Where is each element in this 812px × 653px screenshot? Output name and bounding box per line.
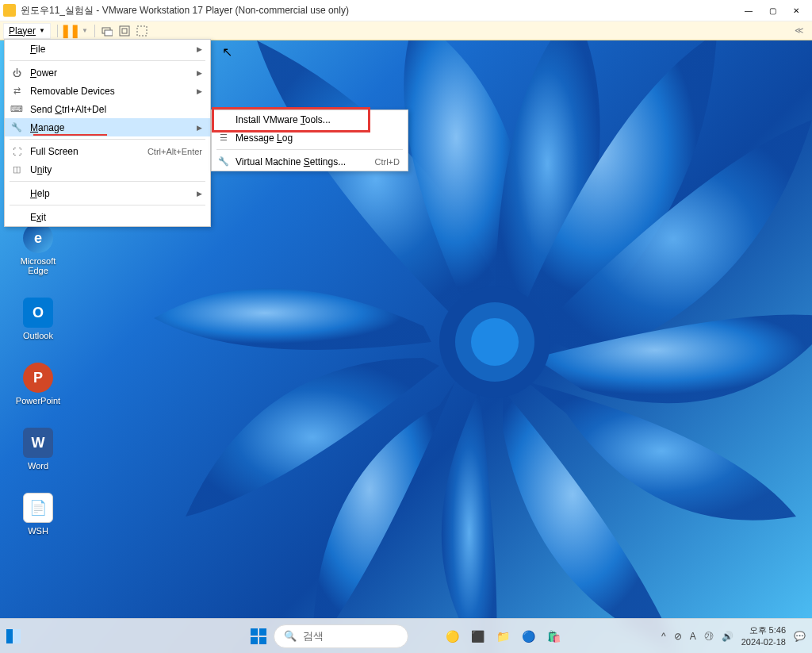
widgets-button[interactable] [6, 629, 21, 643]
icon-label: Outlook [23, 331, 53, 340]
titlebar: 윈도우11_실험실 - VMware Workstation 17 Player… [0, 0, 812, 21]
highlight-underline [33, 134, 107, 136]
taskbar-app-explorer[interactable]: 📁 [492, 626, 513, 647]
clock-time: 오후 5:46 [741, 624, 786, 636]
taskbar-app-store[interactable]: 🛍️ [543, 626, 564, 647]
tray-language-icon[interactable]: A [690, 631, 696, 642]
close-button[interactable]: ✕ [790, 4, 802, 17]
search-box[interactable]: 🔍 검색 [274, 624, 408, 648]
mouse-cursor: ↖ [222, 44, 232, 60]
search-icon: 🔍 [284, 630, 297, 642]
settings-icon: 🔧 [218, 156, 229, 167]
menu-item-fullscreen[interactable]: ⛶ Full Screen Ctrl+Alt+Enter [5, 142, 210, 160]
icon-label: PowerPoint [16, 396, 60, 405]
fullscreen-icon[interactable] [119, 25, 130, 36]
menu-label: Manage [30, 122, 64, 133]
send-cad-icon[interactable] [102, 25, 113, 36]
menu-shortcut: Ctrl+Alt+Enter [147, 147, 202, 156]
wsh-icon: 📄 [23, 493, 53, 523]
powerpoint-icon: P [23, 363, 53, 393]
taskbar: 🔍 검색 🟡 ⬛ 📁 🔵 🛍️ ^ ⊘ A ㉮ 🔊 오후 5:46 2024-0… [0, 618, 812, 653]
player-menu-button[interactable]: Player ▼ [3, 23, 51, 39]
separator [94, 25, 95, 37]
menu-label: Full Screen [30, 146, 79, 157]
log-icon: ☰ [218, 133, 229, 144]
chevron-right-icon: ▶ [197, 87, 202, 95]
clock-date: 2024-02-18 [741, 636, 786, 647]
svg-rect-2 [120, 26, 129, 36]
start-button[interactable] [248, 626, 269, 647]
menu-item-file[interactable]: File▶ [5, 40, 210, 58]
tray-volume-icon[interactable]: 🔊 [722, 631, 733, 642]
player-label: Player [9, 25, 36, 36]
menu-item-message-log[interactable]: ☰ Message Log [212, 129, 408, 147]
menu-label: Removable Devices [30, 86, 115, 97]
pause-icon[interactable]: ❚❚ [64, 25, 75, 36]
menu-item-unity[interactable]: ◫ Unity [5, 160, 210, 179]
desktop-icon-word[interactable]: W Word [14, 428, 62, 471]
separator [10, 60, 205, 61]
taskbar-app-copilot[interactable]: 🟡 [442, 626, 462, 647]
taskbar-app-edge[interactable]: 🔵 [518, 626, 538, 647]
chevron-right-icon: ▶ [197, 69, 202, 77]
edge-icon: e [23, 223, 53, 253]
separator [10, 139, 205, 140]
menu-label: Exit [30, 212, 46, 223]
desktop-icon-outlook[interactable]: O Outlook [14, 298, 62, 340]
separator [10, 205, 205, 206]
menu-item-help[interactable]: Help▶ [5, 184, 210, 202]
collapse-icon[interactable]: ≪ [795, 25, 804, 36]
chevron-right-icon: ▶ [197, 190, 202, 198]
menu-label: File [30, 44, 45, 55]
svg-rect-1 [105, 30, 113, 36]
desktop-icons: e Microsoft Edge O Outlook P PowerPoint … [14, 223, 62, 536]
player-menu: File▶ ⏻ Power▶ ⇄ Removable Devices▶ ⌨ Se… [4, 39, 211, 227]
icon-label: Microsoft Edge [14, 256, 62, 275]
svg-point-7 [471, 318, 519, 366]
toolbar: Player ▼ ❚❚ ▼ ≪ [0, 21, 812, 40]
separator [216, 149, 403, 150]
svg-rect-3 [122, 29, 127, 33]
menu-item-vm-settings[interactable]: 🔧 Virtual Machine Settings... Ctrl+D [212, 152, 408, 171]
menu-label: Send Ctrl+Alt+Del [30, 104, 106, 115]
outlook-icon: O [23, 298, 53, 328]
tray-cancel-icon[interactable]: ⊘ [674, 631, 682, 642]
tray-chevron-icon[interactable]: ^ [661, 631, 666, 642]
menu-label: Power [30, 67, 57, 79]
separator [10, 181, 205, 182]
wrench-icon: 🔧 [11, 122, 22, 133]
desktop-icon-edge[interactable]: e Microsoft Edge [14, 223, 62, 275]
menu-label: Help [30, 188, 50, 199]
svg-point-5 [439, 286, 550, 398]
unity-icon: ◫ [11, 164, 22, 175]
word-icon: W [23, 428, 53, 458]
desktop-icon-wsh[interactable]: 📄 WSH [14, 493, 62, 536]
minimize-button[interactable]: — [742, 4, 755, 17]
window-title: 윈도우11_실험실 - VMware Workstation 17 Player… [21, 4, 742, 17]
menu-label: Message Log [236, 133, 293, 144]
desktop-icon-powerpoint[interactable]: P PowerPoint [14, 363, 62, 405]
tray-ime-icon[interactable]: ㉮ [704, 629, 714, 643]
taskbar-app-taskview[interactable]: ⬛ [467, 626, 488, 647]
notification-icon[interactable]: 💬 [794, 631, 806, 642]
keyboard-icon: ⌨ [11, 104, 22, 115]
svg-rect-4 [137, 26, 147, 36]
unity-icon[interactable] [136, 25, 147, 36]
app-icon [3, 4, 16, 17]
svg-point-6 [455, 302, 534, 382]
maximize-button[interactable]: ▢ [766, 4, 779, 17]
separator [57, 25, 58, 37]
menu-item-removable[interactable]: ⇄ Removable Devices▶ [5, 82, 210, 100]
menu-item-install-tools[interactable]: Install VMware Tools... [212, 110, 408, 129]
menu-label: Unity [30, 164, 52, 175]
chevron-right-icon: ▶ [197, 45, 202, 53]
menu-item-send-cad[interactable]: ⌨ Send Ctrl+Alt+Del [5, 100, 210, 118]
menu-item-power[interactable]: ⏻ Power▶ [5, 63, 210, 82]
usb-icon: ⇄ [11, 86, 22, 97]
search-placeholder: 검색 [303, 629, 324, 643]
clock[interactable]: 오후 5:46 2024-02-18 [741, 624, 786, 647]
chevron-right-icon: ▶ [197, 124, 202, 132]
icon-label: Word [28, 461, 48, 471]
menu-item-manage[interactable]: 🔧 Manage▶ [5, 118, 210, 136]
menu-item-exit[interactable]: Exit [5, 208, 210, 226]
